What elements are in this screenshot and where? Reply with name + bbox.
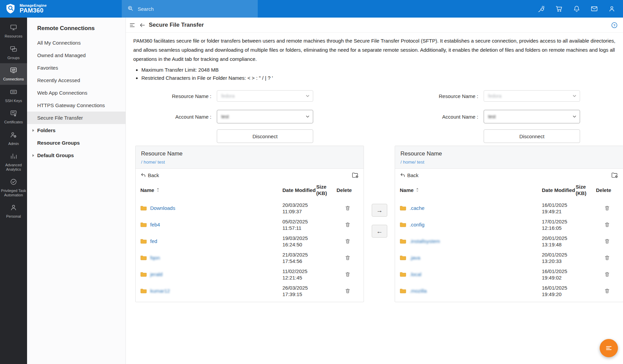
file-link[interactable]: .config	[410, 222, 424, 227]
subnav-item-owned-and-managed[interactable]: Owned and Managed	[27, 49, 125, 62]
resource-name-select[interactable]: fedora	[484, 90, 580, 102]
trash-icon[interactable]	[345, 288, 351, 294]
subnav-item-folders[interactable]: Folders	[27, 124, 125, 137]
file-link[interactable]: .cache	[410, 205, 424, 211]
fab-menu-button[interactable]	[600, 339, 618, 357]
messages-icon	[591, 5, 598, 13]
date-modified: 20/01/2025 13:19:48	[542, 235, 576, 248]
back-button[interactable]: Back	[140, 172, 159, 178]
search-input[interactable]	[137, 6, 252, 12]
column-header-date-modified: Date Modified	[282, 187, 316, 193]
subnav-item-web-app-connections[interactable]: Web App Connections	[27, 87, 125, 99]
file-link[interactable]: .local	[410, 271, 421, 277]
trash-icon[interactable]	[604, 288, 610, 294]
folder-icon	[140, 272, 147, 277]
folder-settings-icon[interactable]	[611, 171, 618, 179]
file-row: kumar12 26/03/2025 17:39:15	[136, 283, 364, 299]
file-link[interactable]: feb4	[150, 222, 160, 227]
topbar-icon-button[interactable]	[538, 5, 545, 13]
column-header-date-modified: Date Modified	[542, 187, 576, 193]
file-link[interactable]: jerald	[150, 271, 163, 277]
file-row: .local 16/01/2025 19:49:02	[395, 266, 623, 283]
brand-logo: ManageEngine PAM360	[0, 3, 122, 15]
sidebar-item-advanced-analytics[interactable]: Advanced Analytics	[0, 149, 27, 175]
disconnect-button[interactable]: Disconnect	[217, 129, 313, 143]
trash-icon[interactable]	[345, 238, 351, 244]
sidebar-item-personal[interactable]: Personal	[0, 200, 27, 222]
brand-pam360: PAM360	[20, 7, 47, 14]
notifications-icon	[573, 5, 580, 13]
page-header: Secure File Transfer ?	[126, 18, 623, 33]
browser-title: Resource Name	[400, 150, 618, 157]
groups-icon	[10, 45, 17, 54]
date-modified: 16/01/2025 19:49:20	[542, 285, 576, 297]
folder-icon	[400, 222, 406, 227]
breadcrumb-path[interactable]: / home/ test	[400, 160, 618, 165]
trash-icon[interactable]	[604, 255, 610, 261]
trash-icon[interactable]	[604, 222, 610, 228]
subnav-item-secure-file-transfer[interactable]: Secure File Transfer	[27, 112, 125, 124]
trash-icon[interactable]	[604, 271, 610, 277]
sidebar-item-resources[interactable]: Resources	[0, 20, 27, 42]
sidebar-item-privileged-task-automation[interactable]: Privileged Task Automation	[0, 175, 27, 200]
folder-icon	[400, 272, 406, 277]
automation-icon	[10, 178, 17, 187]
sidebar-item-admin[interactable]: Admin	[0, 128, 27, 149]
topbar-icon-button[interactable]	[573, 5, 580, 13]
file-link[interactable]: .java	[410, 255, 420, 261]
breadcrumb-path[interactable]: / home/ test	[141, 160, 358, 165]
main-content: Secure File Transfer ? PAM360 facilitate…	[126, 18, 623, 364]
back-button[interactable]: Back	[400, 172, 418, 178]
date-modified: 19/03/2025 16:24:50	[282, 235, 316, 248]
folder-icon	[400, 239, 406, 244]
subnav-item-recently-accessed[interactable]: Recently Accessed	[27, 74, 125, 87]
topbar-icon-button[interactable]	[608, 5, 616, 13]
pam360-shield-logo-icon	[5, 3, 16, 15]
analytics-icon	[10, 152, 17, 161]
date-modified: 20/03/2025 11:09:37	[282, 202, 316, 215]
subnav-item-favorites[interactable]: Favorites	[27, 62, 125, 74]
cart-icon	[555, 5, 563, 13]
file-link[interactable]: .mozilla	[410, 288, 427, 294]
sidebar-item-connections[interactable]: Connections	[0, 63, 27, 85]
subnav-item-default-groups[interactable]: Default Groups	[27, 149, 125, 162]
move-right-button[interactable]: →	[372, 204, 387, 217]
collapse-menu-icon[interactable]	[129, 22, 136, 28]
subnav-item-https-gateway-connections[interactable]: HTTPS Gateway Connections	[27, 99, 125, 112]
admin-icon	[10, 131, 17, 140]
trash-icon[interactable]	[604, 238, 610, 244]
disconnect-button[interactable]: Disconnect	[484, 129, 580, 143]
trash-icon[interactable]	[345, 271, 351, 277]
connections-icon	[10, 67, 17, 75]
move-left-button[interactable]: ←	[372, 225, 387, 238]
back-arrow-icon[interactable]	[139, 22, 145, 28]
resource-name-select[interactable]: fedora	[217, 90, 313, 102]
sidebar-item-groups[interactable]: Groups	[0, 42, 27, 64]
chevron-down-icon	[305, 114, 310, 119]
file-link[interactable]: kumar12	[150, 288, 170, 294]
file-link[interactable]: .installsystem	[410, 238, 440, 244]
topbar-actions	[538, 5, 623, 13]
sidebar-item-ssh-keys[interactable]: SSH SSH Keys	[0, 85, 27, 106]
subnav-item-all-my-connections[interactable]: All My Connections	[27, 37, 125, 49]
column-header-name[interactable]: Name	[400, 187, 542, 193]
topbar-icon-button[interactable]	[591, 5, 598, 13]
account-name-select[interactable]: test	[217, 110, 313, 123]
subnav-item-resource-groups[interactable]: Resource Groups	[27, 137, 125, 149]
file-link[interactable]: fqon	[150, 255, 160, 261]
trash-icon[interactable]	[345, 222, 351, 228]
remote-connections-subnav: Remote Connections All My Connections Ow…	[27, 18, 126, 364]
trash-icon[interactable]	[345, 205, 351, 211]
trash-icon[interactable]	[604, 205, 610, 211]
help-icon[interactable]: ?	[611, 22, 618, 28]
file-link[interactable]: fed	[150, 238, 157, 244]
topbar-icon-button[interactable]	[555, 5, 563, 13]
bullet-item: Maximum Transfer Limit: 2048 MB	[141, 66, 623, 74]
column-header-name[interactable]: Name	[140, 187, 282, 193]
primary-sidebar: Resources Groups Connections SSH SSH Key…	[0, 18, 27, 364]
trash-icon[interactable]	[345, 255, 351, 261]
folder-settings-icon[interactable]	[351, 171, 359, 179]
sidebar-item-certificates[interactable]: Certificates	[0, 106, 27, 128]
account-name-select[interactable]: test	[484, 110, 580, 123]
file-link[interactable]: Downloads	[150, 205, 175, 211]
